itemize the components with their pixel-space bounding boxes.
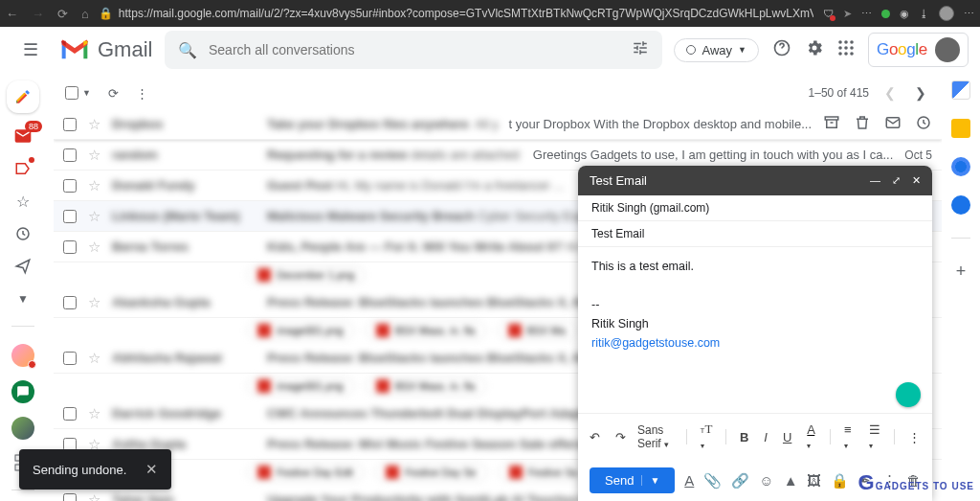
send-tab-icon[interactable]: ➤ [843,8,852,20]
attach-icon[interactable]: 📎 [703,472,722,490]
link-icon[interactable]: 🔗 [731,472,749,490]
starred-icon[interactable]: ☆ [13,192,33,211]
align-icon[interactable]: ≡ ▾ [840,421,858,453]
image-icon[interactable]: 🖼 [807,472,821,489]
snooze-icon[interactable] [915,114,932,135]
chat-contact-2[interactable] [11,380,34,403]
browser-chrome: ← → ⟳ ⌂ 🔒https://mail.google.com/mail/u/… [0,0,980,27]
delete-icon[interactable] [854,114,871,135]
compose-body[interactable]: This is a test email. -- Ritik Singh rit… [578,247,932,413]
extensions-icon[interactable]: ◉ [900,8,909,20]
undo-toast: Sending undone. ✕ [19,449,171,490]
toast-close-icon[interactable]: ✕ [145,461,158,478]
snoozed-icon[interactable] [13,224,33,243]
chat-contact-1[interactable] [11,344,34,367]
font-size-icon[interactable]: TT ▾ [697,420,717,454]
add-app-icon[interactable]: + [956,262,967,282]
keep-app-icon[interactable] [951,119,970,138]
redo-icon[interactable]: ↷ [612,428,630,446]
addon-fab[interactable] [896,382,921,407]
row-checkbox[interactable] [63,148,77,162]
star-icon[interactable]: ☆ [88,147,100,164]
side-panel: + [942,73,980,282]
next-page-icon[interactable]: ❯ [911,85,930,101]
mail-date: Oct 5 [904,148,932,162]
row-checkbox[interactable] [63,118,77,131]
mail-row[interactable]: ☆ DropboxTake your Dropbox files anywher… [54,109,942,140]
drive-icon[interactable]: ▲ [784,472,798,489]
fullscreen-icon[interactable]: ⤢ [892,174,901,187]
svg-point-5 [844,46,848,50]
text-color-icon[interactable]: A ▾ [803,421,820,453]
search-input[interactable] [209,42,620,57]
home-icon[interactable]: ⌂ [81,7,89,21]
support-icon[interactable] [772,38,791,62]
apps-icon[interactable] [837,39,855,61]
gmail-wordmark: Gmail [98,37,152,62]
back-icon[interactable]: ← [6,7,18,21]
account-avatar[interactable] [935,37,960,62]
svg-point-2 [844,40,848,44]
svg-point-1 [838,40,842,44]
mail-snippet: Greetings Gadgets to use, I am getting i… [533,148,893,162]
select-all-checkbox[interactable] [65,86,78,100]
refresh-icon[interactable]: ⟳ [108,86,119,101]
download-icon[interactable]: ⭳ [919,8,929,19]
compose-title-bar[interactable]: Test Email — ⤢ ✕ [578,166,932,195]
label-icon[interactable] [13,159,33,178]
bold-icon[interactable]: B [736,428,752,446]
italic-icon[interactable]: I [760,428,771,446]
bookmark-icon[interactable]: ⋯ [861,8,872,20]
compose-subject-field[interactable]: Test Email [578,221,932,247]
more-format-icon[interactable]: ⋮ [904,428,924,446]
sent-icon[interactable] [13,257,33,276]
svg-point-7 [838,52,842,56]
close-icon[interactable]: ✕ [912,174,921,187]
compose-to-field[interactable]: Ritik Singh (gmail.com) [578,195,932,221]
inbox-badge: 88 [25,121,42,132]
chat-contact-3[interactable] [11,417,34,440]
main-menu-icon[interactable]: ☰ [11,39,50,60]
expand-more-icon[interactable]: ▼ [13,289,33,308]
status-dot-icon [881,10,890,18]
settings-icon[interactable] [805,38,824,62]
minimize-icon[interactable]: — [870,174,880,187]
menu-icon[interactable]: ⋯ [964,8,974,20]
extension-icon[interactable]: 🛡 [823,8,834,19]
search-bar[interactable]: 🔍 [165,31,662,69]
send-options-icon[interactable]: ▼ [641,475,659,486]
send-button[interactable]: Send▼ [590,467,675,493]
signature-email-link[interactable]: ritik@gadgetstouse.com [591,336,720,350]
list-icon[interactable]: ☰ ▾ [865,421,885,453]
search-options-icon[interactable] [632,39,649,60]
emoji-icon[interactable]: ☺ [759,472,773,489]
google-account[interactable]: Google [868,33,969,67]
underline-icon[interactable]: U [779,428,795,446]
compose-button[interactable] [7,80,39,113]
tasks-app-icon[interactable] [951,157,970,176]
calendar-app-icon[interactable] [951,80,970,100]
mark-read-icon[interactable] [884,114,902,135]
undo-icon[interactable]: ↶ [586,428,604,446]
font-family-select[interactable]: Sans Serif ▾ [637,423,677,450]
prev-page-icon: ❮ [880,85,900,101]
pagination-label: 1–50 of 415 [809,86,869,100]
confidential-icon[interactable]: 🔒 [831,472,849,490]
forward-icon: → [32,7,44,21]
reload-icon[interactable]: ⟳ [57,7,68,21]
contacts-app-icon[interactable] [951,195,970,215]
lock-icon: 🔒 [99,7,113,20]
address-bar[interactable]: 🔒https://mail.google.com/mail/u/2/?zx=4x… [99,7,813,20]
svg-rect-15 [825,117,838,120]
status-chip[interactable]: Away ▼ [674,38,758,62]
select-dropdown-icon[interactable]: ▼ [82,88,91,98]
inbox-icon[interactable]: 88 [13,126,33,146]
profile-avatar[interactable] [939,6,954,21]
archive-icon[interactable] [823,114,840,135]
search-icon[interactable]: 🔍 [178,41,197,59]
format-toolbar: ↶ ↷ Sans Serif ▾ TT ▾ B I U A ▾ ≡ ▾ ☰ ▾ … [578,413,932,460]
more-icon[interactable]: ⋮ [136,86,148,101]
star-icon[interactable]: ☆ [88,116,100,133]
format-toggle-icon[interactable]: A [684,472,694,489]
gmail-logo[interactable]: Gmail [59,37,155,62]
